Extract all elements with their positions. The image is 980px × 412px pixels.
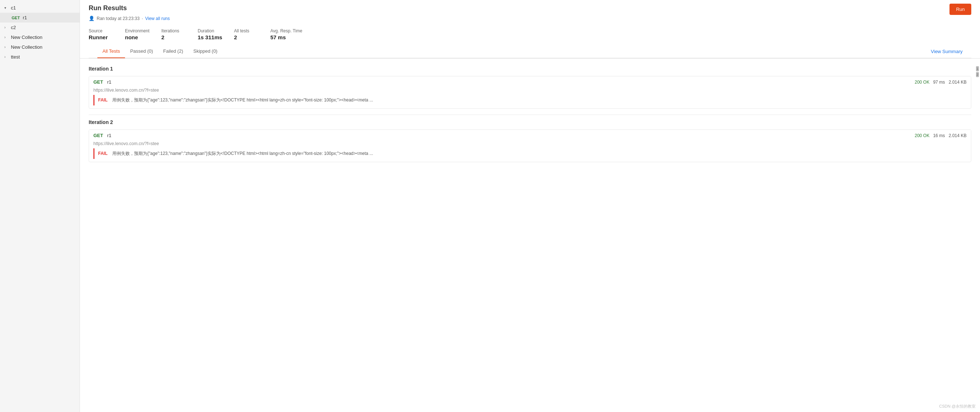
fail-block-iter2: FAIL 用例失败，预期为{"age":123,"name":"zhangsan… — [93, 149, 967, 159]
run-meta: 👤 Ran today at 23:23:33 · View all runs — [89, 16, 971, 21]
tab-failed[interactable]: Failed (2) — [158, 45, 188, 58]
run-button[interactable]: Run — [950, 4, 971, 15]
chevron-right-icon: › — [4, 26, 9, 29]
run-avatar-icon: 👤 — [89, 16, 94, 21]
request-status: 200 OK 97 ms 2.014 KB — [915, 80, 967, 85]
sidebar-item-label: c2 — [11, 25, 75, 30]
chevron-right-icon: › — [4, 45, 9, 49]
iteration-2: Iteration 2 GET r1 200 OK 16 ms 2.014 KB… — [89, 119, 971, 162]
fail-label: FAIL — [98, 151, 108, 156]
view-all-runs-link[interactable]: View all runs — [145, 16, 170, 21]
sidebar-item-label: r1 — [23, 15, 75, 20]
chevron-right-icon: › — [4, 55, 9, 59]
main-panel: Run Results Run 👤 Ran today at 23:23:33 … — [80, 0, 980, 412]
fail-message: 用例失败，预期为{"age":123,"name":"zhangsan"}实际为… — [112, 151, 373, 156]
stat-env-value: none — [125, 34, 153, 40]
stat-tests-label: All tests — [234, 28, 262, 34]
sidebar-item-r1[interactable]: GET r1 — [0, 13, 80, 22]
status-code: 200 OK — [915, 133, 929, 138]
stat-iterations: Iterations 2 — [161, 26, 198, 45]
sidebar-item-newcol2[interactable]: › New Collection — [0, 42, 80, 52]
chevron-down-icon: ▾ — [4, 6, 9, 10]
separator: · — [142, 16, 143, 21]
sidebar-item-ttest[interactable]: › ttest — [0, 52, 80, 62]
request-url: https://ilive.lenovo.com.cn/?f=stee — [89, 141, 971, 149]
fail-label: FAIL — [98, 97, 108, 102]
iteration-divider — [89, 115, 971, 115]
response-time: 97 ms — [933, 80, 945, 85]
response-size: 2.014 KB — [949, 80, 967, 85]
request-header: GET r1 200 OK 97 ms 2.014 KB — [89, 77, 971, 88]
scrollbar-markers: 1 2 — [975, 65, 980, 78]
sidebar: ▾ c1 GET r1 › c2 › New Collection › New … — [0, 0, 80, 412]
request-header: GET r1 200 OK 16 ms 2.014 KB — [89, 130, 971, 141]
stat-tests-value: 2 — [234, 34, 262, 40]
request-block-iter1-r1: GET r1 200 OK 97 ms 2.014 KB https://ili… — [89, 76, 971, 109]
sidebar-item-label: New Collection — [11, 35, 75, 40]
stat-avg-resp: Avg. Resp. Time 57 ms — [270, 26, 311, 45]
stat-env-label: Environment — [125, 28, 153, 34]
chevron-right-icon: › — [4, 35, 9, 39]
sidebar-item-label: ttest — [11, 54, 75, 60]
fail-message: 用例失败，预期为{"age":123,"name":"zhangsan"}实际为… — [112, 97, 373, 102]
scroll-marker-2: 2 — [976, 72, 979, 77]
tab-skipped[interactable]: Skipped (0) — [188, 45, 223, 58]
iteration-1-title: Iteration 1 — [89, 66, 971, 72]
scroll-marker-1: 1 — [976, 66, 979, 71]
header-top-row: Run Results Run — [89, 4, 971, 15]
stat-environment: Environment none — [125, 26, 161, 45]
request-name: r1 — [107, 79, 111, 85]
stat-dur-label: Duration — [198, 28, 225, 34]
method-get-badge: GET — [93, 133, 104, 138]
stat-iter-value: 2 — [161, 34, 189, 40]
method-get-badge: GET — [93, 79, 104, 85]
stat-source-label: Source — [89, 28, 116, 34]
stat-duration: Duration 1s 311ms — [198, 26, 234, 45]
response-time: 16 ms — [933, 133, 945, 138]
stat-avg-label: Avg. Resp. Time — [270, 28, 302, 34]
request-url: https://ilive.lenovo.com.cn/?f=stee — [89, 88, 971, 95]
status-code: 200 OK — [915, 80, 929, 85]
stats-row: Source Runner Environment none Iteration… — [89, 26, 971, 45]
stat-iter-label: Iterations — [161, 28, 189, 34]
stat-avg-value: 57 ms — [270, 34, 302, 40]
sidebar-item-label: c1 — [11, 5, 75, 11]
iteration-1: Iteration 1 GET r1 200 OK 97 ms 2.014 KB… — [89, 66, 971, 109]
get-method-badge: GET — [12, 16, 20, 20]
content-area: Iteration 1 GET r1 200 OK 97 ms 2.014 KB… — [80, 59, 980, 174]
request-status: 200 OK 16 ms 2.014 KB — [915, 133, 967, 138]
tabs-bar: All Tests Passed (0) Failed (2) Skipped … — [89, 45, 971, 58]
sidebar-item-c2[interactable]: › c2 — [0, 22, 80, 32]
response-size: 2.014 KB — [949, 133, 967, 138]
sidebar-item-label: New Collection — [11, 45, 75, 50]
stat-source: Source Runner — [89, 26, 125, 45]
sidebar-item-c1[interactable]: ▾ c1 — [0, 3, 80, 13]
request-name: r1 — [107, 133, 111, 138]
stat-all-tests: All tests 2 — [234, 26, 270, 45]
page-title: Run Results — [89, 4, 127, 12]
view-summary-button[interactable]: View Summary — [931, 45, 963, 58]
run-time: Ran today at 23:23:33 — [97, 16, 140, 21]
fail-block-iter1: FAIL 用例失败，预期为{"age":123,"name":"zhangsan… — [93, 95, 967, 105]
iteration-2-title: Iteration 2 — [89, 119, 971, 125]
sidebar-item-newcol1[interactable]: › New Collection — [0, 32, 80, 42]
tab-all-tests[interactable]: All Tests — [97, 45, 125, 58]
stat-source-value: Runner — [89, 34, 116, 40]
request-block-iter2-r1: GET r1 200 OK 16 ms 2.014 KB https://ili… — [89, 129, 971, 162]
main-header: Run Results Run 👤 Ran today at 23:23:33 … — [80, 0, 980, 59]
tab-passed[interactable]: Passed (0) — [125, 45, 158, 58]
stat-dur-value: 1s 311ms — [198, 34, 225, 40]
watermark: CSDN @永恒的教室 — [939, 404, 976, 409]
